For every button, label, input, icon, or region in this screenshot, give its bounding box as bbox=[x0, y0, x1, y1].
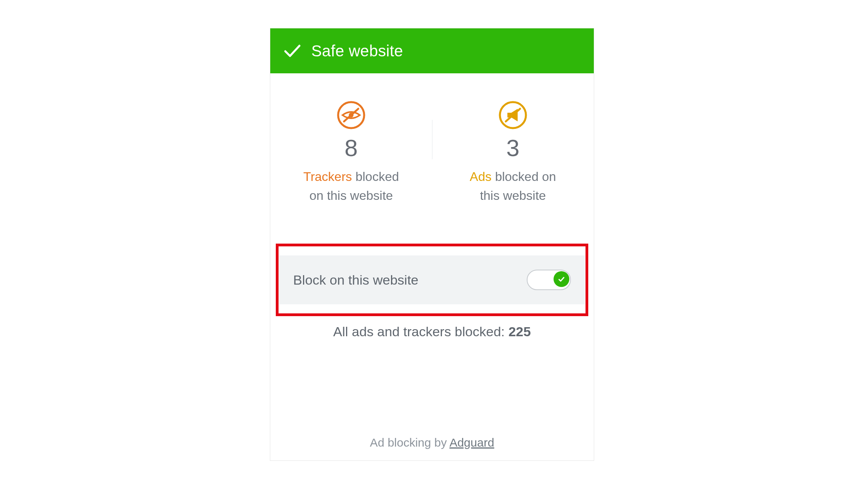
block-toggle-label: Block on this website bbox=[293, 272, 419, 288]
ads-stat: 3 Ads blocked on this website bbox=[432, 101, 594, 203]
trackers-stat: 8 Trackers blocked on this website bbox=[270, 101, 432, 203]
eye-blocked-icon bbox=[337, 101, 365, 129]
status-title: Safe website bbox=[311, 42, 403, 60]
divider bbox=[432, 120, 432, 159]
stage: Safe website 8 Trackers blocked on this bbox=[0, 0, 868, 488]
megaphone-blocked-icon bbox=[499, 101, 527, 129]
toggle-knob bbox=[554, 271, 569, 287]
status-header: Safe website bbox=[270, 28, 594, 73]
trackers-count: 8 bbox=[344, 136, 357, 160]
block-toggle-switch[interactable] bbox=[527, 270, 571, 290]
footer-prefix: Ad blocking by bbox=[370, 436, 449, 449]
stats-row: 8 Trackers blocked on this website 3 Ads bbox=[270, 73, 594, 203]
ads-label-accent: Ads bbox=[470, 169, 492, 184]
trackers-label-rest1: blocked bbox=[352, 169, 399, 184]
trackers-label-accent: Trackers bbox=[303, 169, 352, 184]
totals-text: All ads and trackers blocked: 225 bbox=[270, 324, 594, 339]
ads-label-rest1: blocked on bbox=[492, 169, 556, 184]
footer: Ad blocking by Adguard bbox=[270, 436, 594, 449]
ads-label: Ads blocked on this website bbox=[470, 167, 556, 205]
adguard-link[interactable]: Adguard bbox=[449, 436, 494, 449]
trackers-label-line2: on this website bbox=[309, 188, 393, 203]
ads-label-line2: this website bbox=[480, 188, 546, 203]
svg-line-2 bbox=[344, 109, 358, 121]
ads-count: 3 bbox=[506, 136, 519, 160]
totals-value: 225 bbox=[509, 324, 531, 339]
block-toggle-row[interactable]: Block on this website bbox=[279, 255, 585, 304]
totals-prefix: All ads and trackers blocked: bbox=[333, 324, 509, 339]
check-icon bbox=[282, 41, 302, 61]
trackers-label: Trackers blocked on this website bbox=[303, 167, 399, 205]
adblock-popup: Safe website 8 Trackers blocked on this bbox=[270, 28, 594, 461]
